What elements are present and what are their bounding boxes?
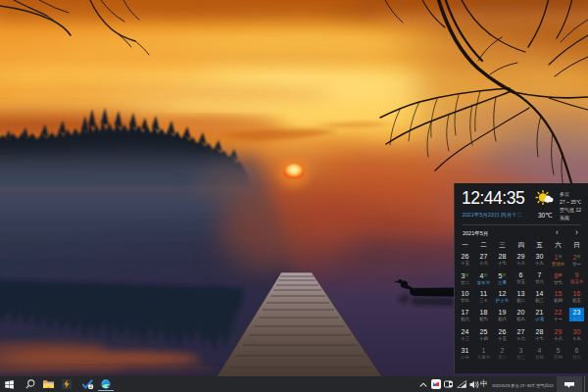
svg-text:2: 2 (89, 383, 92, 389)
